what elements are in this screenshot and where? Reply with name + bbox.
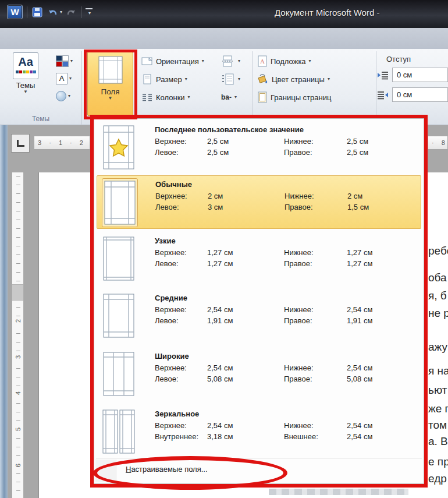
columns-button[interactable]: Колонки ▾ [141,90,204,105]
chevron-down-icon: ▼ [88,96,133,101]
chevron-down-icon: ▾ [238,59,240,63]
margin-value: 2,5 см [347,147,403,158]
margin-value: 2,54 см [347,362,403,373]
indent-right-row: 0 см [377,87,448,102]
document-text-fragment: едр [428,472,447,485]
page-setup-column: Ориентация ▾ Размер ▾ [141,54,204,108]
quick-access-toolbar: W ▾ [7,5,93,19]
chevron-down-icon: ▾ [234,95,237,100]
document-text-fragment: же п [428,402,448,415]
margins-button[interactable]: Поля ▼ [87,52,133,116]
margin-values-row: Левое:1,27 смПравое:1,27 см [155,258,403,269]
ruler-number: 6 [14,461,22,469]
margins-dropdown-menu: Последнее пользовательское значение Верх… [94,118,424,484]
indent-left-field[interactable]: 0 см [392,68,448,82]
menu-gutter [95,460,116,482]
chevron-down-icon: ▾ [188,95,190,100]
margin-preset-thumbnail [101,408,137,455]
ruler-number: 3 [14,353,22,361]
breaks-button[interactable]: ▾ [221,54,240,69]
margin-value: 3,18 см [207,431,284,442]
save-icon [31,6,43,18]
horizontal-ruler-left[interactable]: 3 · 1 · 2 · [34,136,90,150]
page-borders-button[interactable]: Границы страниц [257,90,331,105]
undo-button[interactable]: ▾ [47,8,62,17]
orientation-button[interactable]: Ориентация ▾ [141,54,204,69]
margin-preset-item[interactable]: Последнее пользовательское значение Верх… [97,121,421,175]
margin-label: Нижнее: [284,247,347,258]
document-text-fragment: том [428,419,447,432]
margin-preset-item[interactable]: Средние Верхнее:2,54 смНижнее:2,54 смЛев… [97,289,421,343]
margin-label: Левое: [155,373,207,384]
document-text-fragment: не р [428,307,448,320]
margin-value: 1,27 см [207,247,284,258]
margin-preset-item[interactable]: Обычные Верхнее:2 смНижнее:2 смЛевое:3 с… [97,175,421,229]
margin-preset-thumbnail [101,235,137,282]
watermark-button[interactable]: A Подложка ▾ [257,54,331,69]
margin-preset-item[interactable]: Широкие Верхнее:2,54 смНижнее:2,54 смЛев… [97,348,421,401]
ruler-margin-band [12,284,23,301]
margin-values-row: Внутреннее:3,18 смВнешнее:2,54 см [155,431,403,442]
margin-value: 5,08 см [347,373,403,384]
margin-label: Верхнее: [155,190,208,202]
divider [27,6,27,18]
margin-label: Правое: [284,147,347,158]
ribbon-tab-row: Файл Главная Вставка Разметка страницы С… [0,28,448,49]
themes-button-label: Темы [9,81,42,90]
indent-left-row: 0 см [377,68,448,82]
horizontal-ruler-right[interactable]: · 8 [428,136,448,150]
margin-values-row: Левое:2,5 смПравое:2,5 см [155,147,403,158]
redo-button[interactable] [66,8,77,17]
hyphenation-button[interactable]: bа- ▾ [221,90,240,105]
theme-color-dots [13,70,38,73]
watermark-icon: A [257,55,268,67]
margin-value: 2,5 см [207,136,284,147]
chevron-down-icon: ▾ [328,77,330,82]
margin-value: 2 см [347,190,403,202]
document-text-fragment: я, б [428,289,447,302]
page-color-label: Цвет страницы [272,75,325,84]
word-app-icon[interactable]: W [7,5,23,19]
margin-preset-item[interactable]: Узкие Верхнее:1,27 смНижнее:1,27 смЛевое… [97,232,421,286]
theme-colors-button[interactable]: ▾ [56,54,73,69]
ribbon: Aa Темы ▼ ▾ A ▾ ▾ [0,49,448,125]
margin-value: 2,54 см [347,420,403,431]
title-bar: W ▾ [0,0,448,28]
columns-icon [141,93,153,102]
margin-preset-item[interactable]: Зеркальное Верхнее:2,54 смНижнее:2,54 см… [97,405,421,459]
indent-right-field[interactable]: 0 см [392,87,448,102]
tab-stop-selector[interactable] [11,134,30,153]
theme-fonts-button[interactable]: A ▾ [56,71,73,86]
save-button[interactable] [31,6,43,18]
chevron-down-icon: ▼ [9,90,42,94]
margin-label: Нижнее: [285,190,347,202]
margin-preset-thumbnail [101,292,137,340]
margin-values-row: Верхнее:2 смНижнее:2 см [155,190,403,202]
page-color-button[interactable]: Цвет страницы ▾ [257,72,331,87]
page-borders-label: Границы страниц [271,93,331,102]
window-edge [0,125,8,498]
themes-button[interactable]: Aa Темы ▼ [9,52,42,94]
size-button[interactable]: Размер ▾ [141,72,204,87]
svg-text:A: A [260,58,265,65]
margin-values-row: Верхнее:2,54 смНижнее:2,54 см [155,304,403,315]
margin-label: Правое: [284,258,347,269]
document-text-fragment: ребо [428,245,448,257]
theme-effects-button[interactable]: ▾ [56,89,73,104]
undo-dropdown-arrow[interactable]: ▾ [60,9,62,15]
margin-preset-thumbnail [101,350,137,398]
custom-margins-label: Настраиваемые поля... [126,465,208,474]
customize-quick-access-toolbar-button[interactable]: ▾ [86,8,93,16]
custom-margins-item[interactable]: Настраиваемые поля... [95,460,421,482]
margin-label: Нижнее: [284,362,347,373]
theme-colors-icon [56,55,69,67]
document-text-fragment: а. В [428,435,448,448]
columns-label: Колонки [156,93,185,102]
margin-value: 2 см [208,190,285,202]
hyphenation-icon: bа- [221,93,232,101]
margin-label: Левое: [155,315,207,326]
line-numbers-button[interactable]: ▾ [221,72,240,87]
chevron-down-icon: ▾ [70,59,73,63]
margin-value: 2,54 см [347,431,403,442]
vertical-ruler[interactable]: 23456 [12,172,24,498]
